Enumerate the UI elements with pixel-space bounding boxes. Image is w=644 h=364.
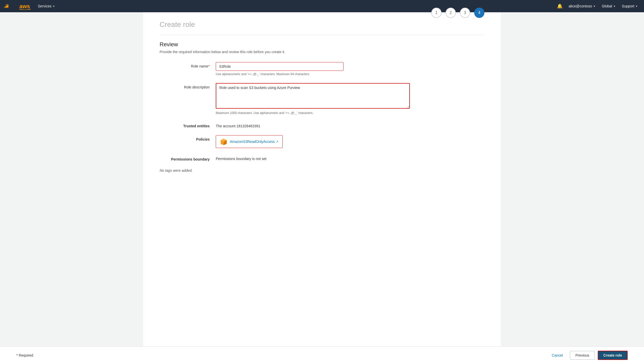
support-label: Support bbox=[622, 4, 634, 8]
step-indicator: 1 2 3 4 bbox=[431, 8, 484, 18]
policies-row: Policies AmazonS3ReadOnlyAccess ↗ bbox=[160, 135, 484, 148]
global-chevron-icon: ▼ bbox=[613, 5, 616, 8]
global-label: Global bbox=[602, 4, 612, 8]
bottom-actions: Cancel Previous Create role bbox=[548, 351, 628, 360]
services-label: Services bbox=[38, 4, 52, 8]
section-divider bbox=[160, 35, 484, 35]
role-description-textarea[interactable]: Role used to scan S3 buckets using Azure… bbox=[216, 83, 410, 109]
policy-box[interactable]: AmazonS3ReadOnlyAccess ↗ bbox=[216, 135, 283, 148]
trusted-entities-row: Trusted entities The account 18132846339… bbox=[160, 122, 484, 128]
step-2: 2 bbox=[446, 8, 456, 18]
step-3: 3 bbox=[460, 8, 470, 18]
support-chevron-icon: ▼ bbox=[635, 5, 638, 8]
previous-button[interactable]: Previous bbox=[570, 351, 594, 360]
trusted-entities-label: Trusted entities bbox=[160, 122, 216, 128]
role-description-hint: Maximum 1000 characters. Use alphanumeri… bbox=[216, 111, 410, 115]
main-content: 1 2 3 4 Create role Review Provide the r… bbox=[143, 12, 501, 346]
required-asterisk: * bbox=[208, 64, 210, 68]
no-tags-message: No tags were added. bbox=[160, 168, 484, 173]
page-title: Create role bbox=[160, 20, 484, 29]
role-name-label: Role name* bbox=[160, 62, 216, 68]
user-chevron-icon: ▼ bbox=[593, 5, 596, 8]
permissions-boundary-value: Permissions boundary is not set bbox=[216, 155, 410, 161]
role-name-hint: Use alphanumeric and '+=,.@-_' character… bbox=[216, 72, 410, 76]
permissions-boundary-row: Permissions boundary Permissions boundar… bbox=[160, 155, 484, 161]
s3-policy-icon bbox=[220, 138, 227, 145]
trusted-entities-content: The account 181328463391 bbox=[216, 122, 410, 128]
policies-label: Policies bbox=[160, 135, 216, 141]
permissions-boundary-label: Permissions boundary bbox=[160, 155, 216, 161]
aws-logo[interactable]: aws bbox=[4, 3, 14, 9]
policy-name: AmazonS3ReadOnlyAccess bbox=[230, 140, 275, 144]
role-description-content: Role used to scan S3 buckets using Azure… bbox=[216, 83, 410, 115]
services-chevron-icon: ▼ bbox=[53, 5, 55, 8]
notification-bell-icon[interactable]: 🔔 bbox=[555, 2, 565, 10]
role-description-row: Role description Role used to scan S3 bu… bbox=[160, 83, 484, 115]
create-role-button[interactable]: Create role bbox=[598, 351, 628, 360]
role-name-input[interactable] bbox=[216, 62, 343, 71]
user-menu[interactable]: alice@contoso ▼ bbox=[567, 3, 598, 9]
step-1: 1 bbox=[431, 8, 442, 18]
svg-text:aws: aws bbox=[19, 3, 30, 9]
role-description-label: Role description bbox=[160, 83, 216, 89]
trusted-entities-value: The account 181328463391 bbox=[216, 122, 410, 128]
services-menu[interactable]: Services ▼ bbox=[36, 3, 57, 9]
top-navigation: aws aws Services ▼ 🔔 alice@contoso ▼ Glo… bbox=[0, 0, 644, 12]
section-heading: Review bbox=[160, 41, 484, 48]
external-link-icon: ↗ bbox=[276, 140, 278, 143]
required-note: * Required bbox=[16, 353, 33, 357]
global-menu[interactable]: Global ▼ bbox=[600, 3, 618, 9]
svg-text:aws: aws bbox=[4, 6, 8, 8]
user-label: alice@contoso bbox=[569, 4, 592, 8]
support-menu[interactable]: Support ▼ bbox=[620, 3, 640, 9]
step-4-active: 4 bbox=[474, 8, 484, 18]
permissions-boundary-content: Permissions boundary is not set bbox=[216, 155, 410, 161]
policies-content: AmazonS3ReadOnlyAccess ↗ bbox=[216, 135, 410, 148]
aws-logo-svg: aws bbox=[19, 3, 31, 10]
role-name-content: Use alphanumeric and '+=,.@-_' character… bbox=[216, 62, 410, 76]
cancel-button[interactable]: Cancel bbox=[548, 351, 567, 359]
policy-link[interactable]: AmazonS3ReadOnlyAccess ↗ bbox=[230, 140, 278, 144]
section-description: Provide the required information below a… bbox=[160, 50, 484, 54]
role-name-row: Role name* Use alphanumeric and '+=,.@-_… bbox=[160, 62, 484, 76]
bottom-bar: * Required Cancel Previous Create role bbox=[0, 346, 644, 364]
nav-right-section: 🔔 alice@contoso ▼ Global ▼ Support ▼ bbox=[555, 2, 640, 10]
